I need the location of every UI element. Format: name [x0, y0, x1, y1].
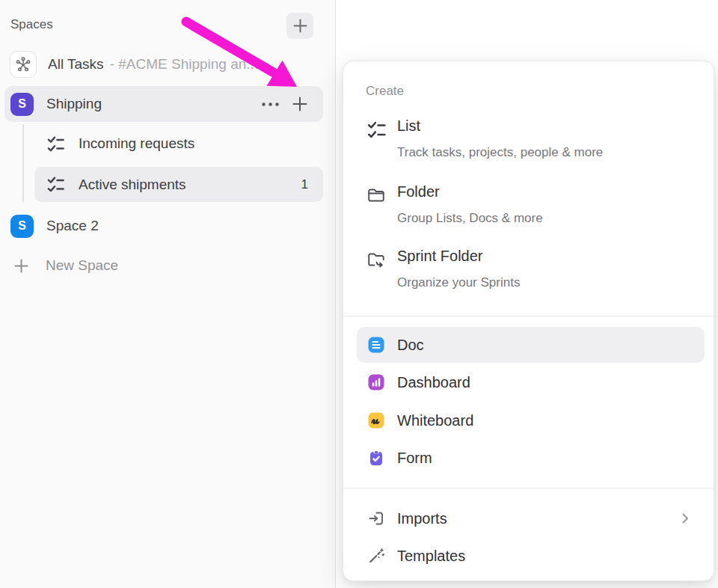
menu-item-title: Sprint Folder — [397, 248, 483, 265]
chevron-right-icon — [676, 509, 694, 527]
menu-item-title: List — [397, 117, 420, 135]
plus-icon — [292, 96, 308, 112]
plus-icon — [292, 18, 308, 34]
task-count-badge: 1 — [301, 177, 308, 192]
templates-icon — [367, 547, 385, 565]
menu-item-imports[interactable]: Imports — [357, 500, 705, 536]
folder-icon — [366, 185, 387, 206]
form-icon — [367, 449, 385, 467]
shipping-space-avatar: S — [10, 93, 34, 116]
sidebar-item-list-incoming-requests[interactable]: Incoming requests — [0, 126, 336, 162]
shipping-add-button[interactable] — [292, 96, 308, 112]
sidebar: Spaces All Tasks - #ACME — [0, 0, 336, 588]
sidebar-item-space-shipping[interactable]: S Shipping — [4, 86, 323, 122]
menu-item-doc[interactable]: Doc — [357, 327, 705, 363]
menu-divider — [343, 488, 715, 489]
menu-item-title: Doc — [397, 337, 424, 354]
checklist-icon — [46, 175, 65, 194]
menu-divider — [343, 316, 715, 316]
menu-item-title: Form — [397, 450, 432, 467]
spaces-section-header: Spaces — [10, 17, 53, 32]
menu-item-form[interactable]: Form — [357, 440, 705, 476]
menu-item-templates[interactable]: Templates — [357, 538, 705, 574]
checklist-icon — [366, 119, 387, 140]
doc-icon — [367, 336, 385, 354]
shipping-space-label: Shipping — [46, 96, 102, 112]
space2-label: Space 2 — [46, 218, 99, 234]
sidebar-item-space-2[interactable]: S Space 2 — [0, 208, 336, 244]
new-space-label: New Space — [46, 257, 118, 274]
dashboard-icon — [367, 373, 385, 391]
sidebar-item-all-tasks[interactable]: All Tasks - #ACME Shipping an... — [0, 46, 336, 82]
shipping-more-button[interactable] — [260, 101, 280, 108]
all-tasks-label: All Tasks — [48, 56, 104, 73]
list-label: Active shipments — [79, 177, 186, 193]
menu-item-description: Organize your Sprints — [397, 275, 520, 290]
create-menu-header: Create — [366, 84, 404, 99]
menu-item-title: Imports — [397, 510, 447, 527]
menu-item-sprint-folder[interactable]: Sprint Folder Organize your Sprints — [343, 248, 715, 297]
menu-item-dashboard[interactable]: Dashboard — [357, 364, 705, 400]
checklist-icon — [46, 135, 65, 153]
menu-item-whiteboard[interactable]: Whiteboard — [357, 402, 705, 438]
app-window: Spaces All Tasks - #ACME — [0, 0, 718, 588]
sidebar-item-new-space[interactable]: New Space — [0, 248, 336, 283]
menu-item-title: Whiteboard — [397, 412, 473, 429]
space2-avatar: S — [10, 215, 34, 238]
menu-item-description: Group Lists, Docs & more — [397, 211, 543, 226]
menu-item-title: Templates — [397, 548, 465, 565]
add-space-button[interactable] — [286, 13, 313, 39]
menu-item-folder[interactable]: Folder Group Lists, Docs & more — [343, 183, 715, 233]
imports-icon — [367, 509, 385, 527]
ellipsis-icon — [260, 101, 280, 108]
menu-item-list[interactable]: List Track tasks, projects, people & mor… — [343, 117, 715, 167]
menu-item-title: Dashboard — [397, 374, 470, 391]
list-label: Incoming requests — [79, 135, 194, 152]
sidebar-item-list-active-shipments[interactable]: Active shipments 1 — [34, 167, 323, 202]
plus-icon — [13, 258, 29, 274]
create-menu: Create List Track tasks, projects, peopl… — [343, 61, 714, 581]
whiteboard-icon — [367, 411, 385, 429]
menu-item-description: Track tasks, projects, people & more — [397, 145, 603, 160]
all-tasks-suffix: - #ACME Shipping an... — [110, 56, 259, 73]
menu-item-title: Folder — [397, 183, 440, 200]
everything-icon — [10, 51, 37, 78]
sprint-folder-icon — [366, 249, 387, 270]
